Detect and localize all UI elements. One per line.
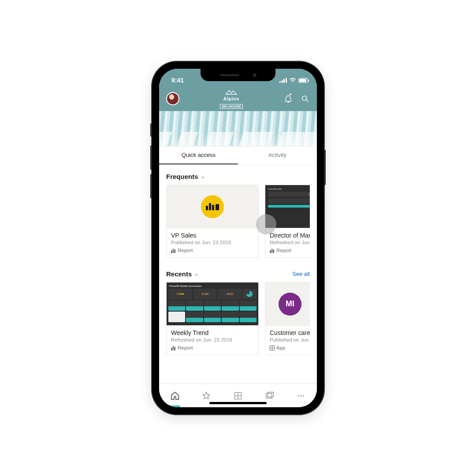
see-all-label: See all (292, 271, 310, 277)
card-customer-care[interactable]: MI Customer care Published on Jun. App (265, 282, 310, 355)
svg-line-1 (306, 100, 308, 102)
nav-home[interactable] (169, 390, 181, 402)
card-title: Weekly Trend (171, 329, 254, 336)
card-title: Director of Mar (270, 232, 310, 239)
tab-quick-access[interactable]: Quick access (159, 146, 238, 164)
volume-up-button (150, 145, 152, 170)
workspaces-icon (265, 391, 275, 401)
app-icon (270, 346, 275, 350)
star-icon (201, 391, 211, 401)
svg-point-7 (298, 395, 299, 396)
tab-activity[interactable]: Activity (238, 146, 317, 164)
notch (201, 69, 275, 81)
tab-label: Activity (268, 152, 286, 158)
report-icon (270, 248, 275, 253)
card-subtitle: Published on Jun. 23 2019 (171, 240, 254, 245)
more-icon (296, 391, 306, 401)
see-all-link[interactable]: See all (292, 271, 310, 277)
card-type-label: Report (178, 345, 193, 350)
chevron-down-icon: ⌄ (201, 174, 205, 179)
card-type-label: Report (276, 248, 292, 253)
card-thumbnail: MI (265, 283, 310, 326)
thumb-metric: -46,321 (226, 293, 233, 295)
svg-rect-5 (266, 393, 271, 398)
notification-dot-icon (289, 93, 292, 96)
apps-icon (234, 391, 242, 400)
phone-frame: 9:41 Alpine SKI HOUSE (152, 62, 324, 414)
card-thumbnail (167, 185, 258, 228)
brand-logo: Alpine SKI HOUSE (220, 89, 243, 109)
screen: 9:41 Alpine SKI HOUSE (159, 69, 317, 407)
avatar[interactable] (166, 92, 179, 105)
tab-label: Quick access (182, 152, 216, 158)
card-weekly-trend[interactable]: PowerBI Mobile Downloads 7.179M -37,902 … (166, 282, 259, 355)
section-title-recents[interactable]: Recents ⌄ (166, 270, 198, 278)
section-title-frequents[interactable]: Frequents ⌄ (166, 173, 205, 180)
front-camera (253, 73, 257, 77)
section-title-label: Recents (166, 270, 192, 278)
nav-more[interactable] (295, 390, 307, 402)
recents-cards[interactable]: PowerBI Mobile Downloads 7.179M -37,902 … (166, 282, 310, 355)
card-title: Customer care (270, 329, 310, 336)
home-indicator[interactable] (209, 402, 267, 404)
card-type-label: Report (178, 248, 193, 253)
card-subtitle: Refreshed on Jun (270, 240, 310, 245)
card-type: Report (270, 248, 310, 253)
pie-icon (246, 291, 253, 297)
thumb-metric: -37,902 (201, 293, 208, 295)
card-subtitle: Refreshed on Jun. 23 2019 (171, 337, 254, 342)
workspace-avatar: MI (279, 293, 301, 316)
search-button[interactable] (300, 94, 310, 104)
brand-name-bottom: SKI HOUSE (220, 104, 243, 109)
touch-indicator (256, 214, 276, 234)
brand-name-top: Alpine (220, 97, 243, 101)
volume-down-button (150, 174, 152, 198)
battery-icon (298, 78, 308, 83)
section-recents: Recents ⌄ See all PowerBI Mobile Downloa… (159, 260, 317, 357)
card-type: Report (171, 345, 254, 350)
nav-workspaces[interactable] (264, 390, 276, 402)
card-title: VP Sales (171, 232, 254, 239)
report-icon (171, 346, 176, 350)
card-type-label: App (276, 345, 285, 350)
nav-apps[interactable] (232, 390, 244, 402)
svg-point-8 (301, 395, 302, 396)
nav-favorites[interactable] (200, 390, 212, 402)
card-vp-sales[interactable]: VP Sales Published on Jun. 23 2019 Repor… (166, 185, 259, 258)
home-icon (170, 391, 180, 401)
thumb-metric: 7.179M (177, 293, 184, 295)
thumb-value: 0.7 (309, 193, 310, 196)
svg-point-0 (302, 96, 307, 100)
report-icon (171, 248, 176, 253)
section-title-label: Frequents (166, 173, 198, 180)
svg-point-9 (303, 395, 304, 396)
speaker (220, 74, 239, 76)
svg-rect-6 (268, 392, 273, 397)
tab-bar: Quick access Activity (159, 146, 317, 165)
status-indicators (279, 78, 308, 83)
thumb-title: PowerBI Mobile Downloads (168, 284, 257, 288)
notifications-button[interactable] (283, 94, 293, 104)
powerbi-badge-icon (201, 195, 224, 218)
status-time: 9:41 (171, 77, 184, 84)
card-type: Report (171, 248, 254, 253)
app-header: Alpine SKI HOUSE (159, 86, 317, 111)
mountain-icon (225, 89, 238, 95)
frequents-cards[interactable]: VP Sales Published on Jun. 23 2019 Repor… (166, 185, 310, 258)
content-area: Frequents ⌄ VP Sales Pu (159, 165, 317, 383)
mute-switch (150, 123, 152, 137)
chevron-down-icon: ⌄ (194, 271, 198, 277)
avatar-initials: MI (286, 299, 294, 309)
hero-banner (159, 111, 317, 146)
thumb-heading: DASHBOARD (268, 188, 310, 190)
card-type: App (270, 345, 310, 350)
wifi-icon (289, 78, 296, 83)
card-thumbnail: PowerBI Mobile Downloads 7.179M -37,902 … (167, 283, 258, 326)
section-frequents: Frequents ⌄ VP Sales Pu (159, 165, 317, 260)
card-subtitle: Published on Jun. (270, 337, 310, 342)
bell-icon (284, 94, 293, 103)
cellular-icon (279, 78, 287, 83)
power-button (324, 150, 326, 185)
search-icon (301, 94, 309, 103)
